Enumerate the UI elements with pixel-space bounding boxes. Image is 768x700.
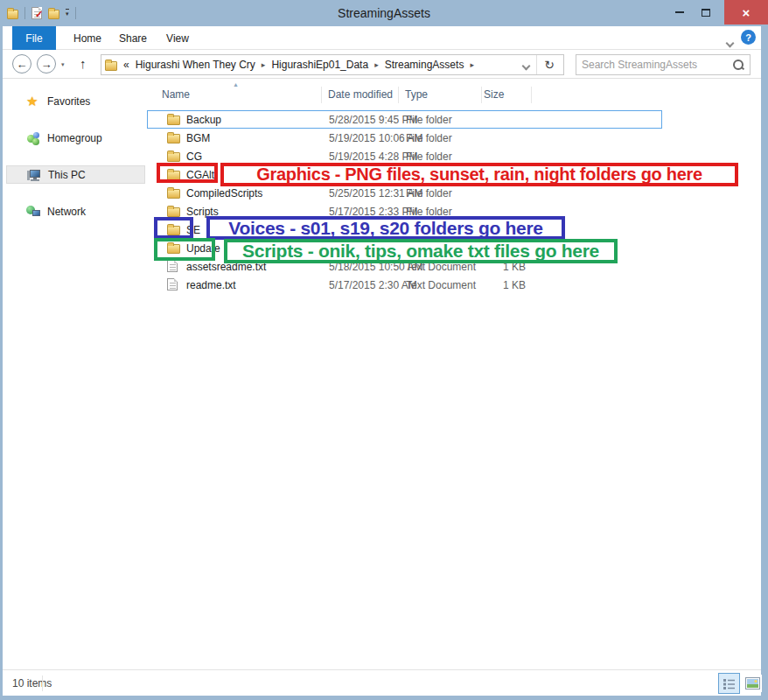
breadcrumb-separator-icon[interactable]: ▸ <box>470 60 474 69</box>
folder-icon <box>167 116 180 125</box>
file-type: File folder <box>406 114 452 126</box>
ribbon-tab-bar: File Home Share View ? <box>3 26 761 50</box>
tab-share[interactable]: Share <box>115 26 151 50</box>
tab-home-label: Home <box>73 32 101 45</box>
column-divider[interactable] <box>531 87 532 103</box>
breadcrumb-segment[interactable]: Higurashi When They Cry <box>136 59 255 71</box>
window-body: File Home Share View ? ← → ▾ ↑ « Higuras… <box>3 26 761 696</box>
large-icons-view-icon <box>745 677 760 690</box>
tab-file[interactable]: File <box>12 26 56 50</box>
search-icon[interactable] <box>732 59 744 71</box>
chevron-down-icon <box>522 62 531 71</box>
address-divider <box>536 55 537 74</box>
status-bar: 10 items <box>3 669 761 696</box>
annotation-green-outline-update <box>154 238 215 261</box>
file-date: 5/17/2015 2:30 AM <box>329 279 417 291</box>
folder-icon <box>167 189 180 199</box>
address-bar[interactable]: « Higurashi When They Cry ▸ HigurashiEp0… <box>101 54 564 75</box>
network-icon <box>26 205 40 219</box>
column-divider[interactable] <box>481 87 482 103</box>
column-header-size[interactable]: Size <box>484 88 504 101</box>
recent-locations-dropdown[interactable]: ▾ <box>61 61 65 68</box>
folder-icon <box>167 134 180 144</box>
expand-ribbon-button[interactable] <box>727 34 733 50</box>
help-button[interactable]: ? <box>741 30 756 45</box>
annotation-red-banner: Graphics - PNG files, sunset, rain, nigh… <box>220 163 738 186</box>
large-icons-view-button[interactable] <box>744 675 762 692</box>
column-divider[interactable] <box>398 87 399 103</box>
sort-ascending-icon: ▲ <box>233 81 239 88</box>
sidebar-item-network[interactable]: Network <box>6 202 145 220</box>
maximize-icon <box>702 9 710 17</box>
sidebar-item-favorites[interactable]: ★ Favorites <box>6 92 145 110</box>
annotation-blue-outline-se <box>154 217 193 239</box>
file-name: Backup <box>186 114 221 126</box>
tab-home[interactable]: Home <box>68 26 107 50</box>
annotation-red-text: Graphics - PNG files, sunset, rain, nigh… <box>256 164 702 185</box>
forward-button[interactable]: → <box>37 54 56 74</box>
refresh-button[interactable]: ↻ <box>539 58 560 72</box>
annotation-green-banner: Scripts - onik, tips, omake txt files go… <box>224 239 618 263</box>
close-button[interactable]: × <box>724 0 768 24</box>
up-button[interactable]: ↑ <box>80 56 87 71</box>
status-divider <box>42 676 43 691</box>
breadcrumb-segment[interactable]: StreamingAssets <box>385 59 464 71</box>
breadcrumb-separator-icon[interactable]: ▸ <box>262 60 266 69</box>
file-row-readme[interactable]: readme.txt 5/17/2015 2:30 AM Text Docume… <box>147 276 662 294</box>
breadcrumb: « Higurashi When They Cry ▸ HigurashiEp0… <box>105 59 518 71</box>
column-divider[interactable] <box>321 87 322 103</box>
folder-icon <box>167 152 180 162</box>
annotation-green-text: Scripts - onik, tips, omake txt files go… <box>242 241 599 262</box>
forward-icon: → <box>41 58 52 71</box>
file-type: File folder <box>406 187 452 200</box>
window-title: StreamingAssets <box>0 6 768 20</box>
sidebar-item-homegroup[interactable]: Homegroup <box>6 129 145 147</box>
file-name: BGM <box>186 132 210 144</box>
minimize-button[interactable] <box>667 0 693 24</box>
file-date: 5/28/2015 9:45 PM <box>329 114 417 126</box>
column-header-type[interactable]: Type <box>405 88 428 101</box>
breadcrumb-separator-icon[interactable]: ▸ <box>374 60 379 69</box>
file-date: 5/19/2015 4:28 PM <box>329 150 417 163</box>
breadcrumb-overflow[interactable]: « <box>123 59 129 71</box>
file-rows: Backup 5/28/2015 9:45 PM File folder BGM… <box>147 110 761 294</box>
file-type: File folder <box>406 150 452 163</box>
column-header-name[interactable]: Name <box>162 88 190 101</box>
title-bar: ✓ ▾ StreamingAssets × <box>0 0 768 26</box>
sidebar-item-label: Homegroup <box>47 132 102 144</box>
tab-view-label: View <box>166 32 189 45</box>
sidebar-item-this-pc[interactable]: This PC <box>6 165 145 184</box>
annotation-blue-text: Voices - s01, s19, s20 folders go here <box>228 218 542 239</box>
file-name: CG <box>186 150 202 163</box>
folder-icon <box>167 207 180 217</box>
back-icon: ← <box>17 58 28 71</box>
search-input[interactable] <box>582 59 732 71</box>
search-box <box>576 54 751 75</box>
back-button[interactable]: ← <box>12 54 31 74</box>
breadcrumb-segment[interactable]: HigurashiEp01_Data <box>271 59 368 71</box>
maximize-button[interactable] <box>693 0 719 24</box>
sidebar-item-label: Favorites <box>47 95 90 108</box>
file-row-bgm[interactable]: BGM 5/19/2015 10:06 AM File folder <box>147 129 662 147</box>
homegroup-icon <box>26 131 40 145</box>
close-icon: × <box>743 5 751 20</box>
file-size: 1 KB <box>476 279 526 291</box>
file-type: File folder <box>406 132 452 144</box>
tab-view[interactable]: View <box>160 26 195 50</box>
column-header-date-modified[interactable]: Date modified <box>328 88 393 101</box>
column-headers: ▲ Name Date modified Type Size <box>147 85 761 106</box>
file-row-compiledscripts[interactable]: CompiledScripts 5/25/2015 12:31 AM File … <box>147 184 662 202</box>
sidebar-item-label: This PC <box>48 169 86 181</box>
file-name: readme.txt <box>186 279 236 291</box>
minimize-icon <box>675 11 684 13</box>
current-folder-icon <box>105 61 117 71</box>
details-view-button[interactable] <box>718 673 740 694</box>
computer-icon <box>27 168 41 182</box>
navigation-toolbar: ← → ▾ ↑ « Higurashi When They Cry ▸ Higu… <box>3 50 761 79</box>
address-dropdown-button[interactable] <box>523 57 529 73</box>
items-count: 10 items <box>12 677 52 690</box>
help-icon: ? <box>745 32 751 43</box>
file-row-backup[interactable]: Backup 5/28/2015 9:45 PM File folder <box>147 110 662 129</box>
navigation-pane: ★ Favorites Homegroup This PC Network <box>3 79 147 669</box>
text-file-icon <box>167 278 178 290</box>
